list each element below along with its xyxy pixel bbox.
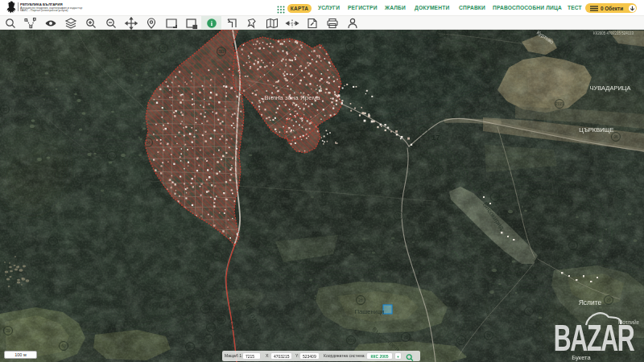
svg-text:60: 60 <box>61 344 66 348</box>
svg-text:477: 477 <box>50 240 56 244</box>
svg-text:1: 1 <box>217 254 219 258</box>
svg-text:319: 319 <box>348 339 354 343</box>
svg-text:550: 550 <box>395 214 402 218</box>
svg-text:39: 39 <box>161 47 166 51</box>
svg-text:ЦЪРКВИЩЕ: ЦЪРКВИЩЕ <box>579 126 613 134</box>
svg-text:КК2005 4703215 524113: КК2005 4703215 524113 <box>593 31 634 35</box>
svg-text:332: 332 <box>218 50 225 54</box>
svg-text:Вилна зона Ярема: Вилна зона Ярема <box>264 94 320 101</box>
svg-text:29: 29 <box>606 298 611 302</box>
svg-text:35: 35 <box>2 108 7 112</box>
svg-text:895: 895 <box>205 337 212 341</box>
svg-text:40: 40 <box>493 195 497 200</box>
svg-text:684: 684 <box>436 169 442 173</box>
svg-text:830: 830 <box>482 185 489 189</box>
svg-text:342: 342 <box>617 192 624 196</box>
svg-text:17: 17 <box>431 133 440 142</box>
svg-text:24: 24 <box>526 310 531 314</box>
svg-text:999: 999 <box>202 307 208 311</box>
svg-text:865: 865 <box>208 326 214 330</box>
svg-text:BAZAR: BAZAR <box>554 318 635 359</box>
svg-text:28: 28 <box>358 298 363 302</box>
svg-text:17: 17 <box>421 130 426 134</box>
svg-text:34: 34 <box>146 141 151 145</box>
svg-text:Пашеници: Пашеници <box>355 308 385 315</box>
svg-text:832: 832 <box>218 318 225 322</box>
svg-text:412: 412 <box>109 154 115 158</box>
svg-text:21: 21 <box>486 334 491 338</box>
svg-text:98: 98 <box>348 45 353 49</box>
svg-text:25: 25 <box>403 335 408 339</box>
svg-text:77: 77 <box>571 244 576 248</box>
svg-text:ЧУВАДАРИЦА: ЧУВАДАРИЦА <box>590 84 631 92</box>
svg-text:471: 471 <box>25 60 31 64</box>
svg-text:29: 29 <box>6 329 10 333</box>
svg-text:Яслите: Яслите <box>579 298 602 306</box>
svg-text:540: 540 <box>458 339 464 343</box>
svg-text:914: 914 <box>230 323 237 327</box>
svg-text:2115: 2115 <box>555 102 564 106</box>
svg-text:807: 807 <box>531 192 538 196</box>
svg-text:456: 456 <box>355 214 361 218</box>
svg-text:234: 234 <box>250 164 256 168</box>
svg-text:96: 96 <box>613 135 618 139</box>
svg-text:590: 590 <box>187 345 193 349</box>
svg-text:800: 800 <box>438 31 444 35</box>
